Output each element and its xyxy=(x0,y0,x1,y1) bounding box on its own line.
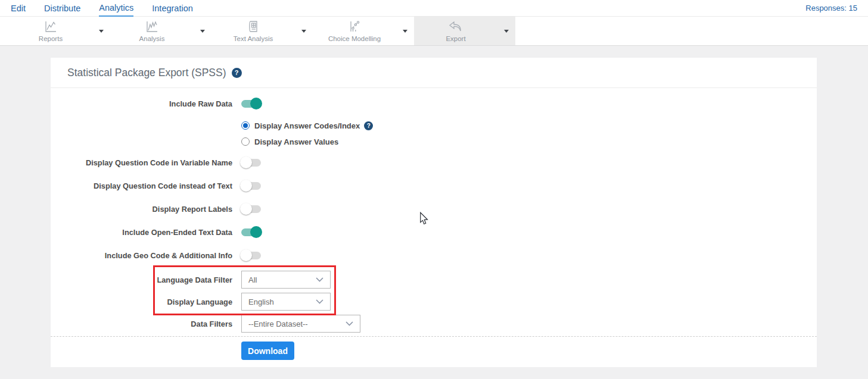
toolbar-group-text-analysis: Text Analysis xyxy=(211,17,313,45)
responses-count: Responses: 15 xyxy=(805,4,857,12)
nav-item-edit[interactable]: Edit xyxy=(11,1,26,16)
display-language-row: Display Language English xyxy=(51,293,817,311)
answer-codes-help-icon[interactable]: ? xyxy=(364,121,373,130)
caret-down-icon xyxy=(403,30,407,33)
reports-line-chart-icon xyxy=(43,20,58,33)
title-help-icon[interactable]: ? xyxy=(232,68,242,78)
open-ended-label: Include Open-Ended Text Data xyxy=(51,228,232,237)
analysis-label: Analysis xyxy=(139,35,165,42)
include-raw-data-row: Include Raw Data xyxy=(51,95,817,112)
caret-down-icon xyxy=(301,30,306,33)
question-code-variable-label: Display Question Code in Variable Name xyxy=(51,158,232,167)
toggle-knob xyxy=(240,249,252,261)
question-code-variable-row: Display Question Code in Variable Name xyxy=(51,154,817,171)
analytics-toolbar: Reports Analysis Text Analysis xyxy=(0,17,868,46)
geo-code-toggle[interactable] xyxy=(241,252,261,259)
toolbar-group-export: Export xyxy=(414,17,515,45)
data-filters-row: Data Filters --Entire Dataset-- xyxy=(51,315,817,333)
display-language-label: Display Language xyxy=(51,297,232,306)
data-filters-label: Data Filters xyxy=(51,320,232,328)
question-code-text-row: Display Question Code instead of Text xyxy=(51,177,817,194)
display-language-value: English xyxy=(248,297,274,306)
display-answer-codes-label: Display Answer Codes/Index xyxy=(254,121,360,130)
reports-dropdown-caret[interactable] xyxy=(92,17,110,45)
language-data-filter-row: Language Data Filter All xyxy=(51,271,817,289)
toggle-knob xyxy=(240,203,252,215)
analysis-button[interactable]: Analysis xyxy=(110,17,194,45)
export-arrow-icon xyxy=(448,20,463,33)
answer-values-radio-row: Display Answer Values xyxy=(241,134,817,149)
report-labels-toggle[interactable] xyxy=(241,205,261,213)
question-code-variable-toggle[interactable] xyxy=(241,159,261,167)
nav-item-distribute[interactable]: Distribute xyxy=(44,1,80,16)
caret-down-icon xyxy=(99,30,104,33)
export-button[interactable]: Export xyxy=(414,17,497,45)
language-data-filter-value: All xyxy=(248,275,257,284)
text-analysis-icon xyxy=(246,20,260,33)
panel-title: Statistical Package Export (SPSS) xyxy=(67,67,226,79)
toggle-knob xyxy=(250,98,262,109)
open-ended-toggle[interactable] xyxy=(241,228,261,236)
data-filters-value: --Entire Dataset-- xyxy=(248,320,308,328)
choice-modelling-dropdown-caret[interactable] xyxy=(396,17,414,45)
report-labels-row: Display Report Labels xyxy=(51,201,817,217)
language-data-filter-label: Language Data Filter xyxy=(51,275,232,284)
text-analysis-dropdown-caret[interactable] xyxy=(295,17,313,45)
geo-code-label: Include Geo Code & Additional Info xyxy=(51,251,232,260)
choice-modelling-icon xyxy=(347,20,362,33)
display-answer-codes-radio[interactable] xyxy=(241,121,250,130)
reports-label: Reports xyxy=(39,35,63,42)
language-data-filter-select[interactable]: All xyxy=(241,271,331,289)
choice-modelling-label: Choice Modelling xyxy=(328,35,381,42)
panel-title-row: Statistical Package Export (SPSS) ? xyxy=(51,58,817,88)
download-button[interactable]: Download xyxy=(241,342,294,360)
geo-code-row: Include Geo Code & Additional Info xyxy=(51,247,817,264)
spss-export-panel: Statistical Package Export (SPSS) ? Incl… xyxy=(51,58,817,367)
include-raw-data-label: Include Raw Data xyxy=(51,99,232,108)
open-ended-row: Include Open-Ended Text Data xyxy=(51,224,817,240)
toolbar-group-analysis: Analysis xyxy=(110,17,211,45)
chevron-down-icon xyxy=(316,277,323,282)
choice-modelling-button[interactable]: Choice Modelling xyxy=(313,17,396,45)
analysis-dropdown-caret[interactable] xyxy=(194,17,211,45)
reports-button[interactable]: Reports xyxy=(9,17,92,45)
report-labels-label: Display Report Labels xyxy=(51,205,232,214)
dashed-separator xyxy=(51,336,817,337)
question-code-text-toggle[interactable] xyxy=(241,182,261,190)
answer-codes-radio-row: Display Answer Codes/Index ? xyxy=(241,118,817,133)
toggle-knob xyxy=(240,180,252,192)
analysis-chart-icon xyxy=(145,20,159,33)
export-dropdown-caret[interactable] xyxy=(497,17,515,45)
toolbar-group-choice-modelling: Choice Modelling xyxy=(313,17,414,45)
nav-item-integration[interactable]: Integration xyxy=(152,1,193,16)
question-code-text-label: Display Question Code instead of Text xyxy=(51,181,232,190)
data-filters-select[interactable]: --Entire Dataset-- xyxy=(241,315,360,333)
caret-down-icon xyxy=(504,30,509,33)
chevron-down-icon xyxy=(316,299,323,304)
export-label: Export xyxy=(446,35,465,42)
include-raw-data-toggle[interactable] xyxy=(241,100,261,108)
nav-item-analytics[interactable]: Analytics xyxy=(99,0,133,17)
top-nav: Edit Distribute Analytics Integration Re… xyxy=(0,0,868,17)
toolbar-group-reports: Reports xyxy=(9,17,110,45)
chevron-down-icon xyxy=(346,321,353,326)
display-language-select[interactable]: English xyxy=(241,293,331,311)
export-settings-form: Include Raw Data Display Answer Codes/In… xyxy=(51,95,817,360)
toggle-knob xyxy=(250,226,262,238)
language-settings-group: Language Data Filter All Display Languag… xyxy=(51,271,817,311)
toggle-knob xyxy=(240,156,252,168)
caret-down-icon xyxy=(200,30,205,33)
text-analysis-button[interactable]: Text Analysis xyxy=(211,17,295,45)
text-analysis-label: Text Analysis xyxy=(234,35,273,42)
display-answer-values-label: Display Answer Values xyxy=(254,137,338,146)
display-answer-values-radio[interactable] xyxy=(241,137,250,146)
